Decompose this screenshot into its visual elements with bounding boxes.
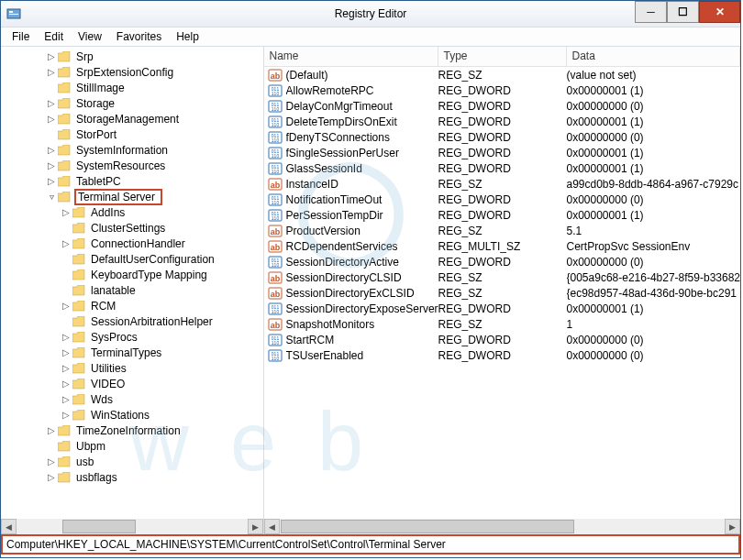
value-type: REG_DWORD [438,147,567,159]
expand-icon[interactable]: ▷ [60,363,72,373]
tree-item[interactable]: ▿Terminal Server [1,189,263,204]
tree-item[interactable]: ▷usb [1,454,263,469]
value-row[interactable]: 011110DeleteTempDirsOnExitREG_DWORD0x000… [264,114,741,129]
expand-icon[interactable]: ▷ [45,176,58,186]
tree-item[interactable]: StillImage [1,80,263,95]
expand-icon[interactable]: ▷ [45,425,58,435]
header-data[interactable]: Data [567,47,741,66]
value-row[interactable]: 011110AllowRemoteRPCREG_DWORD0x00000001 … [264,82,741,98]
tree-item[interactable]: ▷WinStations [1,407,263,423]
value-row[interactable]: abSessionDirectoryCLSIDREG_SZ{005a9c68-e… [264,269,741,285]
tree-item[interactable]: ▷Storage [1,95,263,111]
expand-icon[interactable]: ▷ [60,394,72,404]
tree-item[interactable]: ▷SrpExtensionConfig [1,64,263,80]
expand-icon[interactable]: ▷ [45,98,58,108]
maximize-button[interactable]: ☐ [667,1,699,23]
value-row[interactable]: 011110TSUserEnabledREG_DWORD0x00000000 (… [264,347,741,363]
values-list[interactable]: ab(Default)REG_SZ(value not set)011110Al… [264,67,741,519]
scroll-thumb[interactable] [281,520,574,533]
expand-icon[interactable]: ▷ [60,332,72,342]
tree-item[interactable]: ▷TerminalTypes [1,345,263,360]
expand-icon[interactable]: ▷ [45,472,58,482]
menu-help[interactable]: Help [169,28,206,45]
value-row[interactable]: abSnapshotMonitorsREG_SZ1 [264,316,741,332]
expand-icon[interactable]: ▷ [45,160,58,170]
tree-item[interactable]: ▷VIDEO [1,376,263,391]
folder-icon [72,316,85,327]
scroll-track[interactable] [17,519,248,534]
menu-view[interactable]: View [71,28,109,45]
tree-item[interactable]: ▷RCM [1,298,263,313]
tree-item[interactable]: ▷SystemInformation [1,142,263,158]
values-hscrollbar[interactable]: ◀ ▶ [264,519,741,534]
expand-icon[interactable]: ▷ [60,347,72,357]
minimize-button[interactable]: ─ [635,1,667,23]
value-row[interactable]: 011110NotificationTimeOutREG_DWORD0x0000… [264,192,741,207]
value-row[interactable]: 011110PerSessionTempDirREG_DWORD0x000000… [264,207,741,223]
value-type: REG_DWORD [438,162,567,175]
close-button[interactable]: ✕ [699,1,740,23]
expand-icon[interactable]: ▷ [45,145,58,155]
tree-hscrollbar[interactable]: ◀ ▶ [1,519,263,534]
value-row[interactable]: abInstanceIDREG_SZa99cd0b9-8ddb-4864-a96… [264,176,741,192]
value-row[interactable]: abProductVersionREG_SZ5.1 [264,223,741,238]
expand-icon[interactable]: ▷ [60,410,72,420]
value-row[interactable]: 011110DelayConMgrTimeoutREG_DWORD0x00000… [264,98,741,114]
tree-item[interactable]: ▷ConnectionHandler [1,236,263,251]
tree-item[interactable]: ▷TimeZoneInformation [1,423,263,438]
tree-item[interactable]: KeyboardType Mapping [1,267,263,282]
tree-item-label: ConnectionHandler [89,237,187,250]
value-row[interactable]: 011110SessionDirectoryActiveREG_DWORD0x0… [264,254,741,269]
scroll-left-icon[interactable]: ◀ [1,519,17,534]
menu-file[interactable]: File [5,28,37,45]
tree-item[interactable]: SessionArbitrationHelper [1,313,263,329]
scroll-left-icon[interactable]: ◀ [264,519,280,534]
value-row[interactable]: abRCDependentServicesREG_MULTI_SZCertPro… [264,238,741,254]
value-row[interactable]: ab(Default)REG_SZ(value not set) [264,67,741,82]
expand-icon[interactable]: ▷ [45,51,58,61]
tree-item[interactable]: ▷TabletPC [1,173,263,189]
expand-icon[interactable]: ▷ [60,379,72,389]
value-row[interactable]: 011110GlassSessionIdREG_DWORD0x00000001 … [264,160,741,176]
scroll-right-icon[interactable]: ▶ [725,519,740,534]
expand-icon[interactable]: ▷ [60,301,72,311]
expand-icon[interactable]: ▷ [45,114,58,124]
tree-item[interactable]: lanatable [1,282,263,298]
tree-item[interactable]: ▷Wds [1,391,263,407]
tree-item[interactable]: ▷AddIns [1,204,263,220]
tree-item[interactable]: DefaultUserConfiguration [1,251,263,267]
expand-icon[interactable]: ▷ [45,456,58,467]
scroll-right-icon[interactable]: ▶ [248,519,263,534]
expand-icon[interactable]: ▷ [60,238,72,248]
header-type[interactable]: Type [438,47,567,66]
tree-item[interactable]: ▷Srp [1,49,263,64]
tree-item[interactable]: ▷Utilities [1,360,263,376]
menu-edit[interactable]: Edit [37,28,71,45]
value-row[interactable]: abSessionDirectoryExCLSIDREG_SZ{ec98d957… [264,285,741,301]
expand-icon[interactable]: ▷ [45,67,58,77]
string-value-icon: ab [268,68,283,82]
value-row[interactable]: 011110fDenyTSConnectionsREG_DWORD0x00000… [264,129,741,145]
menu-favorites[interactable]: Favorites [109,28,169,45]
tree-item-label: Wds [89,393,115,406]
tree-item[interactable]: ClusterSettings [1,220,263,236]
expand-icon[interactable]: ▷ [60,207,72,217]
tree-item[interactable]: StorPort [1,126,263,142]
tree-item[interactable]: ▷SysProcs [1,329,263,345]
titlebar[interactable]: Registry Editor ─ ☐ ✕ [1,1,740,27]
app-icon [6,6,21,21]
string-value-icon: ab [268,286,283,301]
value-row[interactable]: 011110SessionDirectoryExposeServerIPREG_… [264,301,741,316]
scroll-track[interactable] [280,519,726,534]
tree-item[interactable]: ▷StorageManagement [1,111,263,126]
tree-item[interactable]: ▷usbflags [1,469,263,485]
tree-item[interactable]: ▷SystemResources [1,158,263,173]
value-row[interactable]: 011110StartRCMREG_DWORD0x00000000 (0) [264,332,741,347]
collapse-icon[interactable]: ▿ [45,192,58,202]
value-row[interactable]: 011110fSingleSessionPerUserREG_DWORD0x00… [264,145,741,160]
registry-tree[interactable]: ▷Srp▷SrpExtensionConfigStillImage▷Storag… [1,47,263,519]
scroll-thumb[interactable] [62,520,136,533]
value-type: REG_SZ [438,69,567,82]
tree-item[interactable]: Ubpm [1,438,263,454]
header-name[interactable]: Name [264,47,438,66]
